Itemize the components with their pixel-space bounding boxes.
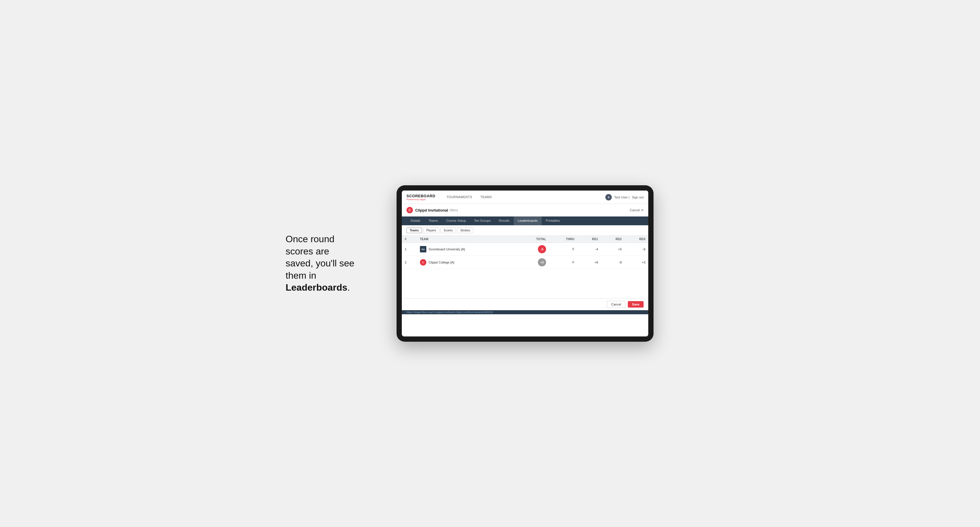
brand-sub: Powered by clippd — [406, 198, 435, 201]
tablet-frame: SCOREBOARD Powered by clippd TOURNAMENTS… — [396, 185, 654, 342]
score-badge-2: +3 — [538, 258, 546, 267]
filter-teams[interactable]: Teams — [406, 228, 422, 233]
tab-details[interactable]: Details — [406, 216, 425, 225]
tab-teams[interactable]: Teams — [425, 216, 442, 225]
total-2: +3 — [518, 256, 549, 269]
tournament-logo: C — [406, 207, 413, 213]
tab-tee-groups[interactable]: Tee Groups — [470, 216, 495, 225]
thru-1: F — [549, 243, 578, 256]
tablet-screen: SCOREBOARD Powered by clippd TOURNAMENTS… — [402, 190, 648, 337]
cancel-button-footer[interactable]: Cancel — [607, 301, 625, 308]
content-spacer — [402, 269, 648, 298]
sub-nav: Details Teams Course Setup Tee Groups Re… — [402, 216, 648, 225]
rd3-1: -6 — [625, 243, 648, 256]
left-description: Once round scores are saved, you'll see … — [286, 233, 379, 294]
rank-2: 2 — [402, 256, 417, 269]
table-row: 1 SU Scoreboard University [A] -5 F -4 — [402, 243, 648, 256]
filter-bar: Teams Players Scores Strokes — [402, 225, 648, 236]
leaderboard-table: # TEAM TOTAL THRU RD1 RD2 RD3 1 — [402, 236, 648, 269]
col-rank: # — [402, 236, 417, 243]
nav-link-teams[interactable]: TEAMS — [476, 190, 496, 204]
page-wrapper: Once round scores are saved, you'll see … — [286, 185, 694, 342]
team-name-1: Scoreboard University [A] — [429, 248, 465, 251]
team-name-2: Clippd College [A] — [429, 260, 454, 264]
rd3-2: +3 — [625, 256, 648, 269]
rank-1: 1 — [402, 243, 417, 256]
tournament-name: Clippd Invitational — [415, 208, 448, 213]
table-row: 2 C Clippd College [A] +3 F +8 -8 — [402, 256, 648, 269]
team-logo-1: SU — [420, 246, 426, 252]
avatar: S — [605, 194, 612, 200]
nav-links: TOURNAMENTS TEAMS — [442, 190, 496, 204]
brand-title: SCOREBOARD — [406, 194, 435, 198]
tournament-header: C Clippd Invitational (Men) Cancel ✕ — [402, 204, 648, 216]
col-team: TEAM — [417, 236, 518, 243]
rd1-1: -4 — [578, 243, 601, 256]
tab-leaderboards[interactable]: Leaderboards — [514, 216, 542, 225]
brand: SCOREBOARD Powered by clippd — [406, 194, 435, 201]
thru-2: F — [549, 256, 578, 269]
tab-course-setup[interactable]: Course Setup — [442, 216, 470, 225]
user-name: Test User | — [614, 195, 629, 199]
rd2-1: +5 — [601, 243, 625, 256]
top-nav: SCOREBOARD Powered by clippd TOURNAMENTS… — [402, 190, 648, 204]
nav-link-tournaments[interactable]: TOURNAMENTS — [442, 190, 476, 204]
status-bar: https://stage-blue-coach.stagescoreboard… — [402, 310, 648, 314]
col-rd2: RD2 — [601, 236, 625, 243]
team-logo-2: C — [420, 259, 426, 265]
col-total: TOTAL — [518, 236, 549, 243]
tournament-sub: (Men) — [450, 208, 458, 212]
tab-printables[interactable]: Printables — [542, 216, 564, 225]
save-button[interactable]: Save — [628, 301, 644, 308]
table-header-row: # TEAM TOTAL THRU RD1 RD2 RD3 — [402, 236, 648, 243]
tab-results[interactable]: Results — [495, 216, 514, 225]
rd2-2: -8 — [601, 256, 625, 269]
sign-out-link[interactable]: Sign out — [632, 195, 644, 199]
filter-strokes[interactable]: Strokes — [457, 228, 473, 233]
filter-scores[interactable]: Scores — [441, 228, 456, 233]
cancel-button-header[interactable]: Cancel ✕ — [630, 208, 644, 212]
total-1: -5 — [518, 243, 549, 256]
col-rd3: RD3 — [625, 236, 648, 243]
filter-players[interactable]: Players — [423, 228, 439, 233]
rd1-2: +8 — [578, 256, 601, 269]
score-badge-1: -5 — [538, 245, 546, 253]
col-thru: THRU — [549, 236, 578, 243]
status-url: https://stage-blue-coach.stagescoreboard… — [406, 311, 493, 314]
nav-right: S Test User | Sign out — [605, 194, 644, 200]
app-footer: Cancel Save — [402, 298, 648, 310]
team-cell-1: SU Scoreboard University [A] — [417, 243, 518, 256]
team-cell-2: C Clippd College [A] — [417, 256, 518, 269]
col-rd1: RD1 — [578, 236, 601, 243]
